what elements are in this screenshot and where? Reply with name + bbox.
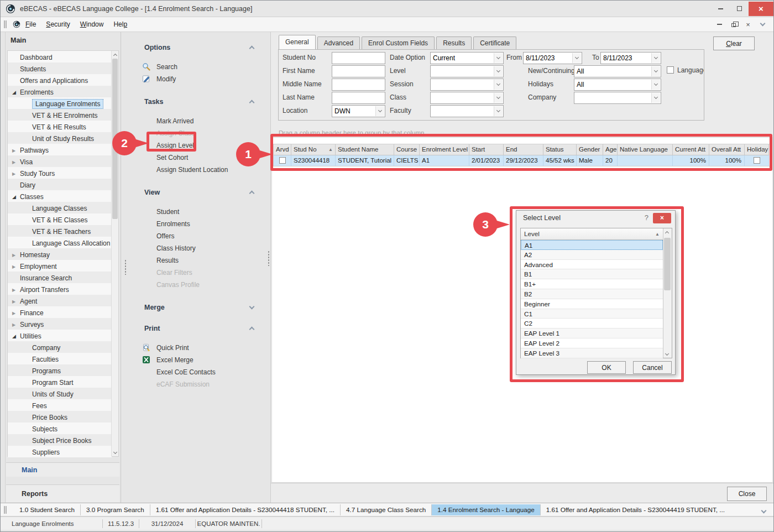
- section-header-tasks[interactable]: Tasks: [144, 97, 254, 106]
- grid-header-stud-no[interactable]: Stud No▲: [291, 144, 336, 155]
- tab-general[interactable]: General: [279, 35, 316, 49]
- tab-list-button[interactable]: [762, 505, 766, 515]
- field-last-name-input[interactable]: [332, 92, 385, 104]
- field-middle-name-input[interactable]: [332, 79, 385, 91]
- level-option-beginner[interactable]: Beginner: [521, 299, 663, 309]
- dialog-scrollbar[interactable]: [663, 228, 672, 358]
- field-location-combo[interactable]: DWN: [332, 105, 385, 117]
- tree-item-study-tours[interactable]: ▶Study Tours: [8, 167, 112, 179]
- section-header-view[interactable]: View: [144, 188, 254, 197]
- tree-item-faculties[interactable]: Faculties: [8, 353, 112, 364]
- tree-scrollbar[interactable]: [111, 51, 118, 456]
- collapsed-node-icon[interactable]: ▶: [12, 319, 20, 330]
- tree-item-price-books[interactable]: Price Books: [8, 411, 112, 423]
- tree-item-employment[interactable]: ▶Employment: [8, 260, 112, 272]
- action-assign-level[interactable]: Assign Level: [121, 139, 270, 152]
- maximize-button[interactable]: [730, 2, 749, 16]
- field-first-name-input[interactable]: [332, 65, 385, 77]
- tree-item-fees[interactable]: Fees: [8, 399, 112, 411]
- tree-item-language-class-allocation[interactable]: Language Class Allocation: [8, 237, 112, 248]
- level-option-eap-level-1[interactable]: EAP Level 1: [521, 328, 663, 338]
- collapsed-node-icon[interactable]: ▶: [12, 145, 20, 155]
- grid-header-current-att[interactable]: Current Att: [673, 144, 709, 155]
- grid-header-arvd[interactable]: Arvd: [274, 144, 291, 155]
- close-search-button[interactable]: Close: [727, 487, 767, 501]
- field-company-combo[interactable]: [574, 92, 661, 104]
- chevron-down-icon[interactable]: [494, 66, 503, 76]
- section-header-print[interactable]: Print: [144, 324, 254, 333]
- grid-header-student-name[interactable]: Student Name: [336, 144, 394, 155]
- collapsed-node-icon[interactable]: ▶: [12, 284, 20, 295]
- action-offers[interactable]: Offers: [121, 230, 270, 242]
- clear-button[interactable]: Clear: [713, 36, 755, 50]
- tree-item-classes[interactable]: ◢Classes: [8, 190, 112, 202]
- field-student-no-input[interactable]: [332, 52, 385, 64]
- chevron-down-icon[interactable]: [651, 93, 660, 103]
- chevron-down-icon[interactable]: [375, 106, 384, 116]
- tree-item-airport-transfers[interactable]: ▶Airport Transfers: [8, 283, 112, 295]
- chevron-down-icon[interactable]: [651, 53, 660, 63]
- chevron-down-icon[interactable]: [651, 80, 660, 90]
- expanded-node-icon[interactable]: ◢: [12, 191, 20, 202]
- tab-advanced[interactable]: Advanced: [317, 36, 360, 49]
- level-option-c1[interactable]: C1: [521, 309, 663, 319]
- dialog-close-button[interactable]: ×: [653, 213, 671, 223]
- action-enrolments[interactable]: Enrolments: [121, 218, 270, 230]
- action-quick-print[interactable]: Quick Print: [121, 342, 270, 354]
- ok-button[interactable]: OK: [587, 361, 626, 374]
- unchecked-checkbox[interactable]: [279, 157, 286, 164]
- splitter-handle[interactable]: [124, 259, 127, 275]
- collapsed-node-icon[interactable]: ▶: [12, 307, 20, 318]
- chevron-down-icon[interactable]: [494, 53, 503, 63]
- collapsed-node-icon[interactable]: ▶: [12, 157, 20, 167]
- level-option-b2[interactable]: B2: [521, 289, 663, 299]
- tree-item-surveys[interactable]: ▶Surveys: [8, 318, 112, 330]
- tree-item-finance[interactable]: ▶Finance: [8, 306, 112, 318]
- section-header-merge[interactable]: Merge: [144, 303, 254, 312]
- field-new-continuing-combo[interactable]: All: [574, 65, 661, 77]
- tree-item-offers-and-applications[interactable]: Offers and Applications: [8, 74, 112, 86]
- tree-item-programs[interactable]: Programs: [8, 364, 112, 376]
- mdi-minimize-button[interactable]: [714, 19, 725, 29]
- nav-group-main[interactable]: Main: [6, 462, 119, 477]
- tree-item-vet-he-enrolments[interactable]: VET & HE Enrolments: [8, 109, 112, 121]
- tree-item-units-of-study[interactable]: Units of Study: [8, 388, 112, 399]
- action-results[interactable]: Results: [121, 254, 270, 267]
- tree-item-visa[interactable]: ▶Visa: [8, 155, 112, 167]
- tab-certificate[interactable]: Certificate: [473, 36, 516, 49]
- grid-row[interactable]: S230044418STUDENT, TutorialCIELTSA12/01/…: [274, 155, 772, 166]
- section-header-options[interactable]: Options: [144, 43, 254, 52]
- tree-item-vet-he-teachers[interactable]: VET & HE Teachers: [8, 225, 112, 237]
- grid-header-age[interactable]: Age: [603, 144, 618, 155]
- chevron-down-icon[interactable]: [494, 80, 503, 90]
- grid-header-holiday[interactable]: Holiday: [745, 144, 769, 155]
- mdi-restore-button[interactable]: [728, 19, 739, 29]
- window-tab-3-0-program-search[interactable]: 3.0 Program Search: [80, 504, 150, 515]
- action-excel-merge[interactable]: Excel Merge: [121, 354, 270, 366]
- menu-security[interactable]: Security: [41, 18, 75, 32]
- scroll-up-icon[interactable]: [663, 228, 670, 236]
- menu-window[interactable]: Window: [75, 18, 109, 32]
- tree-item-agent[interactable]: ▶Agent: [8, 295, 112, 306]
- level-option-advanced[interactable]: Advanced: [521, 260, 663, 270]
- action-excel-coe-contacts[interactable]: Excel CoE Contacts: [121, 366, 270, 378]
- grid-header-course[interactable]: Course: [394, 144, 420, 155]
- tree-item-company[interactable]: Company: [8, 341, 112, 353]
- level-option-a2[interactable]: A2: [521, 250, 663, 260]
- scroll-thumb[interactable]: [664, 238, 671, 290]
- tree-item-students[interactable]: Students: [8, 62, 112, 74]
- window-tab-1-61-offer-and-application-details-s2300[interactable]: 1.61 Offer and Application Details - S23…: [150, 504, 340, 515]
- scroll-down-icon[interactable]: [112, 449, 118, 456]
- level-option-c2[interactable]: C2: [521, 319, 663, 328]
- grid-header-native-language[interactable]: Native Language: [618, 144, 673, 155]
- scroll-down-icon[interactable]: [663, 351, 670, 358]
- close-window-button[interactable]: ×: [749, 2, 773, 16]
- tree-item-language-classes[interactable]: Language Classes: [8, 202, 112, 213]
- grid-header-start[interactable]: Start: [469, 144, 504, 155]
- splitter-handle[interactable]: [268, 251, 270, 266]
- collapsed-node-icon[interactable]: ▶: [12, 168, 20, 179]
- level-list-header[interactable]: Level ▲: [521, 228, 663, 240]
- action-search[interactable]: Search: [121, 61, 270, 73]
- level-option-b1[interactable]: B1: [521, 269, 663, 279]
- grid-header-enrolment-level[interactable]: Enrolment Level: [420, 144, 469, 155]
